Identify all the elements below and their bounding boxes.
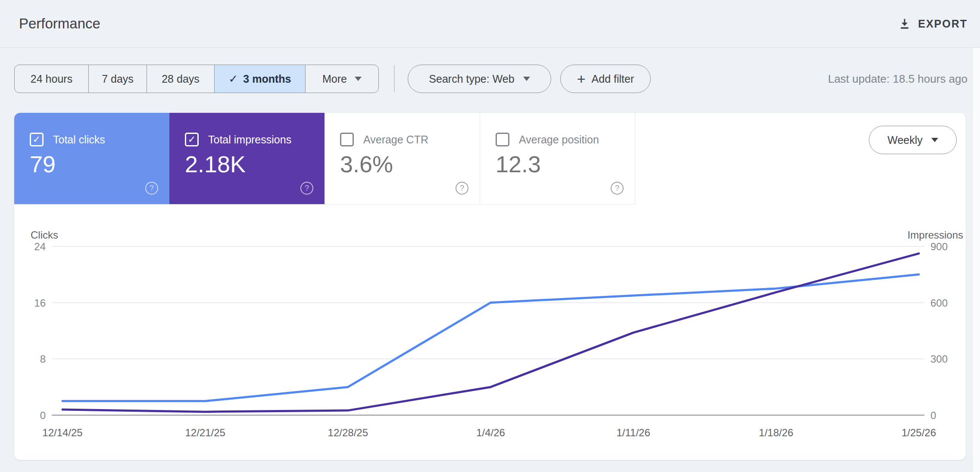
x-axis-label: 1/25/26 xyxy=(902,427,936,438)
page-title: Performance xyxy=(19,16,100,32)
download-icon xyxy=(898,17,911,30)
date-range-group: ✓ 24 hours ✓ 7 days ✓ 28 days ✓ 3 months… xyxy=(14,65,379,93)
x-axis-label: 1/18/26 xyxy=(759,427,793,438)
x-axis-label: 12/21/25 xyxy=(185,427,225,438)
y-axis-tick-left: 0 xyxy=(40,410,46,421)
check-icon: ✓ xyxy=(229,72,238,86)
plus-icon: + xyxy=(577,71,586,86)
clicks-line xyxy=(62,274,919,401)
range-chip-label: 28 days xyxy=(162,73,200,85)
x-axis-label: 12/28/25 xyxy=(328,427,368,438)
y-axis-tick-left: 8 xyxy=(40,353,46,365)
range-chip-28-days[interactable]: ✓ 28 days xyxy=(147,65,215,93)
range-chip-7-days[interactable]: ✓ 7 days xyxy=(89,65,147,93)
y-axis-tick-left: 16 xyxy=(34,297,46,309)
range-chip-24-hours[interactable]: ✓ 24 hours xyxy=(15,65,89,93)
y-axis-tick-left: 24 xyxy=(34,241,46,252)
y-axis-tick-right: 0 xyxy=(930,410,936,421)
chevron-down-icon xyxy=(523,77,530,81)
right-axis-title: Impressions xyxy=(908,229,963,241)
add-filter-label: Add filter xyxy=(592,73,634,85)
range-chip-3-months[interactable]: ✓ 3 months xyxy=(215,65,306,93)
y-axis-tick-right: 300 xyxy=(930,353,948,365)
x-axis-label: 1/11/26 xyxy=(617,427,650,438)
more-dropdown[interactable]: More xyxy=(306,65,378,93)
chevron-down-icon xyxy=(355,77,362,81)
range-chip-label: 7 days xyxy=(102,73,134,85)
export-button[interactable]: EXPORT xyxy=(898,0,968,47)
performance-chart: 0816240300600900ClicksImpressions12/14/2… xyxy=(14,113,966,460)
impressions-line xyxy=(62,254,919,412)
x-axis-label: 1/4/26 xyxy=(476,427,505,438)
scrollbar[interactable] xyxy=(973,48,980,472)
search-type-dropdown[interactable]: Search type: Web xyxy=(408,65,551,93)
filter-divider xyxy=(394,65,395,92)
filter-bar: ✓ 24 hours ✓ 7 days ✓ 28 days ✓ 3 months… xyxy=(0,65,980,93)
export-label: EXPORT xyxy=(918,18,968,30)
performance-card: ✓ Total clicks 79 ? ✓ Total impressions … xyxy=(14,113,966,460)
left-axis-title: Clicks xyxy=(31,229,58,241)
range-chip-label: 24 hours xyxy=(31,73,72,85)
y-axis-tick-right: 600 xyxy=(930,297,948,309)
last-update-text: Last update: 18.5 hours ago xyxy=(828,65,968,93)
y-axis-tick-right: 900 xyxy=(930,241,948,252)
search-type-label: Search type: Web xyxy=(429,73,514,85)
range-chip-label: 3 months xyxy=(243,73,291,85)
x-axis-label: 12/14/25 xyxy=(42,427,82,438)
add-filter-button[interactable]: + Add filter xyxy=(560,65,651,93)
page-header: Performance EXPORT xyxy=(0,0,980,48)
more-label: More xyxy=(322,73,347,85)
